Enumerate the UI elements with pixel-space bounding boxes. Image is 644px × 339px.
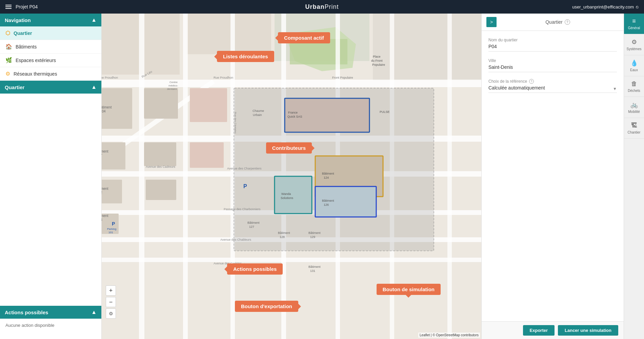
svg-rect-24 bbox=[102, 180, 122, 203]
right-expand-button[interactable]: > bbox=[486, 17, 497, 27]
sidebar-item-espaces[interactable]: 🌿 Espaces extérieurs bbox=[0, 54, 101, 67]
quartier-section: Quartier ▲ bbox=[0, 81, 101, 306]
tab-general-icon: ≡ bbox=[632, 18, 636, 25]
menu-icon[interactable] bbox=[5, 5, 12, 9]
user-info: user_urbanprint@efficacity.com ⎋ bbox=[572, 4, 639, 9]
tab-systemes-icon: ⚙ bbox=[631, 38, 637, 46]
form-ville-value[interactable]: Saint-Denis bbox=[488, 64, 617, 72]
form-nom-value[interactable]: P04 bbox=[488, 44, 617, 52]
svg-text:PULSE: PULSE bbox=[380, 110, 390, 114]
zoom-in-button[interactable]: + bbox=[106, 285, 116, 296]
svg-text:Passage des Charbonniers: Passage des Charbonniers bbox=[224, 207, 261, 211]
svg-rect-23 bbox=[102, 142, 125, 170]
tab-general[interactable]: ≡ Général bbox=[624, 14, 644, 34]
tab-dechets[interactable]: 🗑 Déchets bbox=[624, 76, 644, 97]
navigation-header[interactable]: Navigation ▲ bbox=[0, 14, 101, 26]
svg-rect-30 bbox=[190, 142, 224, 168]
main-layout: Navigation ▲ ⬡ Quartier 🏠 Bâtiments 🌿 Es… bbox=[0, 14, 644, 339]
right-panel-help-icon[interactable]: ? bbox=[565, 19, 570, 25]
svg-text:Bâtiment: Bâtiment bbox=[322, 199, 334, 202]
form-field-nom: Nom du quartier P04 bbox=[488, 38, 617, 52]
quartier-collapse-icon[interactable]: ▲ bbox=[91, 84, 97, 90]
svg-rect-5 bbox=[373, 14, 481, 81]
annotation-listes-deroulantes: Listes déroulantes bbox=[217, 51, 274, 62]
svg-text:129: 129 bbox=[310, 235, 315, 239]
app-name-1: Urban bbox=[305, 3, 324, 10]
svg-rect-28 bbox=[146, 180, 176, 200]
user-email: user_urbanprint@efficacity.com bbox=[572, 4, 634, 9]
reference-help-icon[interactable]: ? bbox=[529, 79, 534, 84]
svg-rect-26 bbox=[144, 88, 178, 119]
svg-text:dentaire: dentaire bbox=[167, 87, 177, 91]
svg-text:124: 124 bbox=[324, 176, 329, 179]
logout-icon[interactable]: ⎋ bbox=[636, 4, 639, 9]
export-button[interactable]: Exporter bbox=[523, 325, 555, 336]
form-reference-value: Calculée automatiquement bbox=[488, 85, 613, 93]
tab-mobilite[interactable]: 🚲 Mobilité bbox=[624, 97, 644, 118]
quartier-section-content bbox=[0, 94, 101, 306]
sidebar-item-batiments[interactable]: 🏠 Bâtiments bbox=[0, 40, 101, 54]
sidebar-item-reseaux[interactable]: ⚙ Réseaux thermiques bbox=[0, 67, 101, 81]
navigation-collapse-icon[interactable]: ▲ bbox=[91, 17, 97, 23]
reference-dropdown-icon[interactable]: ▼ bbox=[613, 86, 617, 91]
actions-section: Actions possibles ▲ Aucune action dispon… bbox=[0, 306, 101, 339]
svg-text:médico-: médico- bbox=[168, 84, 178, 87]
tab-systemes[interactable]: ⚙ Systèmes bbox=[624, 34, 644, 55]
form-reference-label: Choix de la référence ? bbox=[488, 79, 617, 84]
svg-text:Avenue des Charpentiers: Avenue des Charpentiers bbox=[227, 167, 262, 170]
form-field-ville: Ville Saint-Denis bbox=[488, 58, 617, 72]
svg-text:Rue des Céréales: Rue des Céréales bbox=[234, 112, 237, 134]
actions-content: Aucune action disponible bbox=[0, 319, 101, 339]
quartier-section-header[interactable]: Quartier ▲ bbox=[0, 81, 101, 94]
map-area[interactable]: Bâtiment 104 Bâtiment 107 Bâtiment 102 B… bbox=[102, 14, 481, 339]
zoom-out-button[interactable]: − bbox=[106, 297, 116, 307]
navigation-label: Navigation bbox=[5, 17, 31, 23]
svg-text:Urbain: Urbain bbox=[253, 113, 262, 117]
form-field-reference: Choix de la référence ? Calculée automat… bbox=[488, 79, 617, 93]
svg-text:Centre: Centre bbox=[169, 81, 178, 84]
tab-chantier[interactable]: 🏗 Chantier bbox=[624, 118, 644, 139]
sidebar-item-batiments-label: Bâtiments bbox=[16, 44, 37, 49]
svg-text:127: 127 bbox=[249, 225, 254, 228]
sidebar-item-quartier[interactable]: ⬡ Quartier bbox=[0, 26, 101, 40]
topbar-left: Projet P04 bbox=[5, 4, 38, 9]
svg-text:Bâtiment: Bâtiment bbox=[102, 105, 112, 109]
svg-text:Front Populaire: Front Populaire bbox=[332, 76, 353, 79]
svg-text:104: 104 bbox=[102, 109, 106, 113]
app-name-2: Print bbox=[325, 3, 339, 10]
actions-header[interactable]: Actions possibles ▲ bbox=[0, 306, 101, 319]
svg-text:Place: Place bbox=[373, 55, 381, 58]
svg-text:Chaume: Chaume bbox=[253, 109, 264, 113]
right-panel-tabs: ≡ Général ⚙ Systèmes 💧 Eaux 🗑 Déchets 🚲 … bbox=[624, 14, 644, 339]
svg-text:P: P bbox=[112, 221, 115, 226]
right-panel: > Quartier ? Nom du quartier P04 Ville S… bbox=[481, 14, 644, 339]
sidebar-nav-items: ⬡ Quartier 🏠 Bâtiments 🌿 Espaces extérie… bbox=[0, 26, 101, 81]
reseaux-icon: ⚙ bbox=[5, 71, 10, 77]
svg-rect-14 bbox=[139, 14, 144, 339]
map-settings-button[interactable]: ⚙ bbox=[106, 308, 116, 319]
right-panel-bottom-bar: Exporter Lancer une simulation bbox=[482, 321, 624, 339]
svg-text:Avenue des Chableurs: Avenue des Chableurs bbox=[220, 238, 251, 241]
actions-collapse-icon[interactable]: ▲ bbox=[91, 309, 97, 315]
svg-text:Bâtiment: Bâtiment bbox=[308, 265, 321, 268]
svg-text:Bâtiment: Bâtiment bbox=[102, 149, 108, 153]
tab-eaux[interactable]: 💧 Eaux bbox=[624, 55, 644, 76]
tab-dechets-icon: 🗑 bbox=[631, 80, 637, 87]
map-attribution: Leaflet | © OpenStreetMap contributors bbox=[418, 333, 480, 338]
svg-rect-13 bbox=[102, 258, 481, 262]
svg-rect-27 bbox=[144, 142, 176, 166]
right-panel-content: > Quartier ? Nom du quartier P04 Ville S… bbox=[481, 14, 624, 339]
svg-text:Bâtiment: Bâtiment bbox=[102, 187, 108, 191]
svg-rect-34 bbox=[275, 176, 312, 214]
svg-text:Rue Proudhon: Rue Proudhon bbox=[102, 76, 118, 79]
simulate-button[interactable]: Lancer une simulation bbox=[558, 325, 618, 336]
svg-text:du Front: du Front bbox=[371, 59, 383, 62]
svg-rect-8 bbox=[102, 80, 481, 87]
svg-text:128: 128 bbox=[280, 235, 285, 239]
left-sidebar: Navigation ▲ ⬡ Quartier 🏠 Bâtiments 🌿 Es… bbox=[0, 14, 102, 339]
annotation-bouton-simulation: Bouton de simulation bbox=[377, 284, 441, 295]
form-reference-select[interactable]: Calculée automatiquement ▼ bbox=[488, 85, 617, 93]
right-panel-title: Quartier ? bbox=[545, 19, 570, 25]
svg-text:Populaire: Populaire bbox=[372, 63, 385, 66]
svg-text:Wanda: Wanda bbox=[281, 192, 291, 196]
